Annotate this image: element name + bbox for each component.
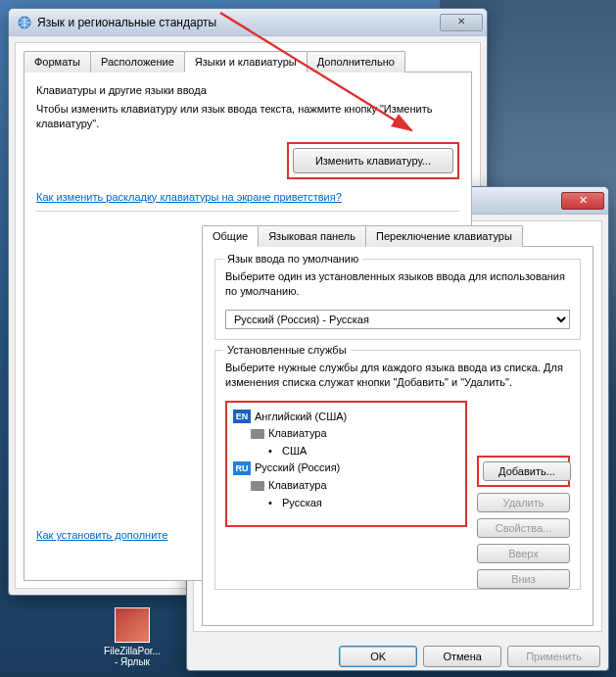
tree-layout[interactable]: • Русская	[233, 495, 459, 512]
tabs: Форматы Расположение Языки и клавиатуры …	[24, 51, 472, 73]
lang-badge-ru: RU	[233, 461, 251, 475]
change-keyboard-button[interactable]: Изменить клавиатуру...	[293, 148, 453, 173]
help-link-install[interactable]: Как установить дополните	[36, 529, 167, 541]
services-group: Установленные службы Выберите нужные слу…	[214, 350, 581, 590]
installed-services-tree[interactable]: EN Английский (США) Клавиатура • США	[227, 403, 465, 525]
tree-lang-en[interactable]: EN Английский (США)	[233, 409, 459, 426]
default-lang-legend: Язык ввода по умолчанию	[223, 253, 362, 265]
text-services-window: Языки и службы текстового ввода ✕ Общие …	[186, 186, 609, 671]
annotation-highlight: EN Английский (США) Клавиатура • США	[225, 401, 467, 527]
tab-hotkeys[interactable]: Переключение клавиатуры	[365, 225, 523, 247]
tab-formats[interactable]: Форматы	[24, 51, 91, 73]
properties-button[interactable]: Свойства...	[477, 518, 570, 538]
services-legend: Установленные службы	[223, 344, 351, 356]
tree-layout[interactable]: • США	[233, 443, 459, 460]
shortcut-sublabel: - Ярлык	[98, 656, 166, 667]
down-button[interactable]: Вниз	[477, 569, 570, 589]
apply-button[interactable]: Применить	[507, 646, 600, 667]
keyboard-icon	[251, 429, 264, 439]
keyboard-icon	[251, 481, 264, 491]
up-button[interactable]: Вверх	[477, 544, 570, 563]
cancel-button[interactable]: Отмена	[423, 646, 501, 667]
dialog-buttons: OK Отмена Применить	[187, 638, 608, 675]
description: Чтобы изменить клавиатуру или язык ввода…	[36, 102, 459, 132]
close-button[interactable]: ✕	[440, 14, 483, 31]
tree-lang-ru[interactable]: RU Русский (Россия)	[233, 459, 459, 477]
filezilla-icon	[115, 607, 150, 643]
help-link-welcome[interactable]: Как изменить раскладку клавиатуры на экр…	[36, 191, 342, 203]
service-buttons: Добавить... Удалить Свойства... Вверх Вн…	[477, 401, 570, 589]
shortcut-label: FileZillaPor...	[98, 646, 166, 656]
tree-kb-group[interactable]: Клавиатура	[233, 477, 459, 495]
remove-button[interactable]: Удалить	[477, 493, 570, 512]
globe-icon	[17, 15, 32, 30]
default-lang-select[interactable]: Русский (Россия) - Русская	[225, 310, 570, 329]
add-button[interactable]: Добавить...	[483, 461, 571, 481]
tab-advanced[interactable]: Дополнительно	[307, 51, 405, 73]
group-title: Клавиатуры и другие языки ввода	[36, 84, 459, 96]
services-desc: Выберите нужные службы для каждого языка…	[225, 361, 570, 391]
tab-keyboards[interactable]: Языки и клавиатуры	[184, 51, 308, 73]
default-lang-group: Язык ввода по умолчанию Выберите один из…	[214, 259, 581, 340]
lang-badge-en: EN	[233, 410, 251, 423]
annotation-highlight: Добавить...	[477, 456, 570, 487]
tab-general[interactable]: Общие	[202, 225, 259, 247]
separator	[36, 211, 459, 212]
tab-location[interactable]: Расположение	[90, 51, 185, 73]
desktop-shortcut[interactable]: FileZillaPor... - Ярлык	[98, 607, 166, 667]
tabs: Общие Языковая панель Переключение клави…	[202, 225, 593, 247]
annotation-highlight: Изменить клавиатуру...	[287, 142, 459, 179]
tree-kb-group[interactable]: Клавиатура	[233, 425, 459, 443]
ok-button[interactable]: OK	[339, 646, 417, 667]
tab-langbar[interactable]: Языковая панель	[258, 225, 366, 247]
titlebar[interactable]: Язык и региональные стандарты ✕	[9, 9, 487, 36]
window-title: Язык и региональные стандарты	[37, 16, 440, 29]
close-button[interactable]: ✕	[561, 192, 604, 210]
default-lang-desc: Выберите один из установленных языков вв…	[225, 269, 570, 300]
